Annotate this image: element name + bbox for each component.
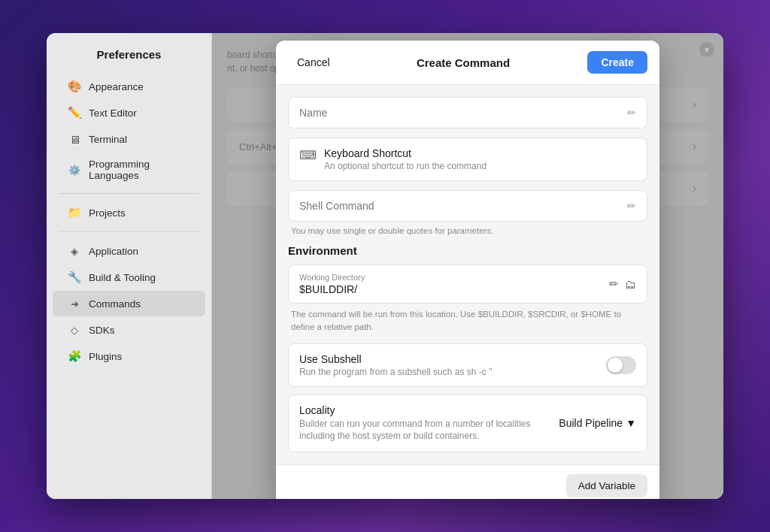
close-button[interactable]: × — [699, 42, 714, 57]
sidebar-item-application[interactable]: ◈ Application — [53, 238, 205, 264]
sidebar-item-sdks[interactable]: ◇ SDKs — [53, 317, 205, 343]
sidebar-item-label: Application — [89, 246, 138, 257]
divider — [59, 193, 199, 194]
sidebar-item-label: Build & Tooling — [89, 272, 156, 283]
working-dir-value: $BUILDDIR/ — [299, 283, 365, 295]
env-hint-text: The command will be run from this locati… — [288, 308, 647, 334]
appearance-icon: 🎨 — [68, 80, 81, 93]
keyboard-icon: ⌨ — [299, 148, 317, 162]
modal-footer: Add Variable — [276, 464, 659, 499]
sidebar-item-label: Appearance — [89, 81, 144, 92]
sidebar-item-label: Projects — [89, 207, 126, 219]
environment-label: Environment — [288, 244, 647, 257]
projects-icon: 📁 — [68, 206, 81, 219]
name-edit-icon[interactable]: ✏ — [627, 107, 636, 119]
working-dir-label: Working Directory — [299, 273, 365, 282]
build-tooling-icon: 🔧 — [68, 271, 81, 284]
sidebar-item-label: Text Editor — [89, 107, 137, 119]
sidebar-item-terminal[interactable]: 🖥 Terminal — [53, 126, 205, 152]
plugins-icon: 🧩 — [68, 349, 81, 363]
use-subshell-row: Use Subshell Run the program from a subs… — [288, 343, 647, 387]
programming-languages-icon: ⚙️ — [68, 163, 81, 177]
keyboard-shortcut-field[interactable]: ⌨ Keyboard Shortcut An optional shortcut… — [288, 138, 647, 181]
sidebar-item-projects[interactable]: 📁 Projects — [53, 200, 205, 225]
add-variable-button[interactable]: Add Variable — [566, 474, 647, 497]
name-field[interactable]: ✏ — [288, 97, 647, 128]
shell-command-input[interactable] — [299, 200, 627, 212]
locality-dropdown[interactable]: Build Pipeline ▼ — [559, 417, 636, 429]
environment-section: Environment Working Directory $BUILDDIR/… — [288, 244, 647, 334]
terminal-icon: 🖥 — [68, 132, 81, 146]
use-subshell-toggle[interactable] — [606, 356, 636, 374]
shortcut-subtitle: An optional shortcut to run the command — [324, 161, 636, 171]
modal-title: Create Command — [339, 56, 588, 69]
sidebar-item-plugins[interactable]: 🧩 Plugins — [53, 343, 205, 369]
sidebar: Preferences 🎨 Appearance ✏️ Text Editor … — [47, 33, 212, 499]
locality-subtitle: Builder can run your command from a numb… — [299, 418, 555, 443]
sidebar-item-label: Programming Languages — [89, 159, 190, 181]
main-content: × board shortcut.nt, or host operating ›… — [212, 33, 723, 499]
working-dir-folder-icon: 🗂 — [625, 278, 636, 291]
toggle-knob — [608, 358, 623, 373]
working-directory-field[interactable]: Working Directory $BUILDDIR/ ✏ 🗂 — [288, 264, 647, 304]
text-editor-icon: ✏️ — [68, 106, 81, 119]
shortcut-title: Keyboard Shortcut — [324, 147, 636, 159]
application-icon: ◈ — [68, 244, 81, 258]
preferences-window: Preferences 🎨 Appearance ✏️ Text Editor … — [47, 33, 723, 499]
shell-command-field[interactable]: ✏ — [288, 190, 647, 222]
sidebar-item-build-tooling[interactable]: 🔧 Build & Tooling — [53, 264, 205, 290]
create-command-modal: Cancel Create Command Create ✏ — [276, 41, 659, 499]
sidebar-item-appearance[interactable]: 🎨 Appearance — [53, 74, 205, 99]
keyboard-shortcut-section: ⌨ Keyboard Shortcut An optional shortcut… — [288, 138, 647, 181]
commands-icon: ➜ — [68, 297, 81, 310]
use-subshell-subtitle: Run the program from a subshell such as … — [299, 367, 493, 377]
sidebar-title: Preferences — [47, 48, 211, 73]
sdks-icon: ◇ — [68, 323, 81, 337]
shell-hint-text: You may use single or double quotes for … — [288, 226, 647, 235]
sidebar-item-label: Terminal — [89, 134, 127, 145]
modal-overlay: Cancel Create Command Create ✏ — [212, 33, 723, 499]
name-input[interactable] — [299, 107, 627, 119]
working-dir-edit-icon[interactable]: ✏ — [609, 277, 619, 291]
use-subshell-title: Use Subshell — [299, 353, 493, 365]
locality-row: Locality Builder can run your command fr… — [288, 394, 647, 453]
sidebar-item-label: Commands — [89, 298, 141, 310]
modal-header: Cancel Create Command Create — [276, 41, 659, 85]
locality-title: Locality — [299, 404, 555, 416]
sidebar-item-text-editor[interactable]: ✏️ Text Editor — [53, 100, 205, 125]
locality-dropdown-icon: ▼ — [626, 417, 636, 429]
divider-2 — [59, 231, 199, 232]
sidebar-item-commands[interactable]: ➜ Commands — [53, 291, 205, 316]
locality-value: Build Pipeline — [559, 417, 623, 429]
shell-edit-icon[interactable]: ✏ — [627, 200, 636, 212]
cancel-button[interactable]: Cancel — [288, 52, 339, 73]
sidebar-item-label: Plugins — [89, 351, 122, 362]
name-section: ✏ — [288, 97, 647, 128]
modal-body: ✏ ⌨ Keyboard Shortcut An optional shortc… — [276, 85, 659, 464]
sidebar-item-programming-languages[interactable]: ⚙️ Programming Languages — [53, 153, 205, 187]
create-button[interactable]: Create — [587, 51, 647, 74]
sidebar-item-label: SDKs — [89, 325, 115, 336]
shell-command-section: ✏ You may use single or double quotes fo… — [288, 190, 647, 235]
